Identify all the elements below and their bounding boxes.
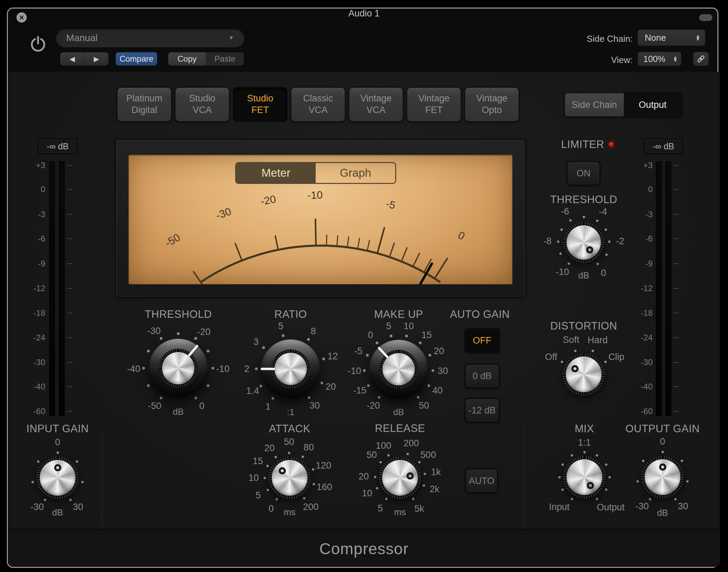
- chevron-down-icon: ▼: [228, 35, 234, 41]
- makeup-scale-label: 0: [368, 330, 373, 340]
- model-button-platinum-digital[interactable]: Platinum Digital: [117, 87, 172, 122]
- preset-select[interactable]: Manual ▼: [56, 29, 244, 47]
- threshold-tick-dot: [147, 384, 150, 387]
- limiter-threshold-tick-dot: [557, 240, 559, 243]
- input-meter-scale-label: -3: [21, 210, 45, 219]
- model-button-vintage-vca[interactable]: Vintage VCA: [349, 87, 403, 122]
- threshold-tick-dot: [160, 397, 162, 399]
- auto-gain-option-off[interactable]: OFF: [464, 328, 500, 353]
- limiter-threshold-scale-label: -2: [616, 236, 624, 247]
- ratio-scale-label: 2: [244, 364, 249, 374]
- output-level-readout: -∞ dB: [643, 138, 683, 154]
- distortion-tick-dot: [604, 361, 607, 363]
- auto-gain-option-0db[interactable]: 0 dB: [464, 364, 500, 388]
- makeup-scale-label: -5: [354, 346, 362, 357]
- output-meter-tick: [674, 165, 679, 166]
- tab-meter[interactable]: Meter: [236, 163, 316, 183]
- limiter-threshold-scale-label: -10: [556, 266, 569, 277]
- input-meter-scale-label: -24: [21, 333, 45, 343]
- next-preset-button[interactable]: ▶: [84, 52, 109, 65]
- prev-preset-button[interactable]: ◀: [60, 52, 84, 65]
- threshold-scale-label: -10: [216, 364, 229, 374]
- paste-button[interactable]: Paste: [206, 52, 244, 65]
- threshold-unit-label: dB: [173, 407, 184, 417]
- input-meter-scale-label: -6: [21, 234, 45, 244]
- attack-title: ATTACK: [269, 423, 311, 435]
- attack-scale-label: 120: [316, 460, 331, 471]
- copy-button[interactable]: Copy: [168, 52, 206, 65]
- input-meter-tick: [67, 238, 72, 239]
- stepper-arrows-icon: ▲▼: [673, 56, 678, 62]
- output-tab[interactable]: Output: [624, 93, 681, 116]
- mix-tick-dot: [583, 451, 586, 453]
- power-icon[interactable]: [29, 35, 47, 54]
- output-meter-scale-label: -9: [629, 259, 653, 269]
- limiter-threshold-tick-dot: [560, 228, 563, 231]
- compare-button[interactable]: Compare: [116, 52, 157, 66]
- input-meter-tick: [67, 189, 72, 190]
- input-gain-indicator: [54, 464, 61, 471]
- limiter-on-button[interactable]: ON: [567, 161, 600, 186]
- mix-knob-cap: [567, 459, 602, 495]
- output-gain-tick-dot: [636, 480, 639, 483]
- tab-graph[interactable]: Graph: [316, 163, 395, 183]
- release-title: RELEASE: [375, 422, 425, 435]
- input-meter-bar: [49, 161, 56, 416]
- output-meter-scale-label: 0: [629, 185, 653, 194]
- side-chain-tab[interactable]: Side Chain: [565, 93, 624, 116]
- input-meter-scale-label: -30: [21, 358, 45, 367]
- model-button-vintage-fet[interactable]: Vintage FET: [407, 87, 461, 122]
- ratio-scale-label: 1: [266, 401, 271, 412]
- view-label: View:: [554, 55, 633, 65]
- close-icon[interactable]: ✕: [16, 12, 27, 23]
- auto-release-button[interactable]: AUTO: [465, 469, 498, 493]
- display-mode-tabs: Meter Graph: [235, 162, 396, 184]
- attack-tick-dot: [303, 497, 305, 499]
- output-gain-scale-label: 0: [660, 436, 665, 447]
- auto-gain-option--12db[interactable]: -12 dB: [464, 398, 500, 423]
- copy-paste-group: Copy Paste: [168, 52, 244, 66]
- ratio-tick-dot: [320, 382, 323, 384]
- input-gain-scale-label: 30: [73, 502, 83, 512]
- minimize-button[interactable]: [699, 14, 712, 21]
- output-meter-tick: [674, 263, 679, 264]
- output-meter-tick: [674, 411, 679, 412]
- makeup-scale-label: 10: [403, 321, 414, 332]
- model-button-classic-vca[interactable]: Classic VCA: [291, 87, 345, 122]
- makeup-scale-label: 30: [438, 365, 448, 376]
- model-button-vintage-opto[interactable]: Vintage Opto: [464, 87, 519, 122]
- output-meter-scale-label: -6: [629, 234, 653, 244]
- mix-scale-label: Input: [549, 502, 570, 512]
- routing-toggle: Side Chain Output: [564, 92, 682, 117]
- distortion-tick-dot: [592, 350, 594, 352]
- makeup-scale-label: -15: [353, 385, 366, 396]
- makeup-tick-dot: [366, 354, 369, 357]
- panel-divider: [101, 427, 102, 529]
- threshold-tick-dot: [160, 337, 162, 340]
- threshold-scale-label: -50: [148, 401, 161, 411]
- release-scale-label: 2k: [430, 484, 440, 494]
- release-unit-label: ms: [394, 507, 406, 518]
- link-button[interactable]: [693, 52, 709, 66]
- footer: Compressor: [8, 530, 720, 567]
- output-gain-title: OUTPUT GAIN: [626, 423, 700, 435]
- makeup-tick-dot: [405, 335, 408, 337]
- input-gain-tick-dot: [37, 460, 39, 463]
- model-button-studio-vca[interactable]: Studio VCA: [175, 87, 230, 122]
- panel-divider: [523, 427, 524, 529]
- limiter-threshold-scale-label: -4: [599, 207, 607, 217]
- input-meter-scale-label: -18: [21, 308, 45, 318]
- view-zoom-stepper[interactable]: 100% ▲▼: [638, 52, 681, 66]
- release-tick-dot: [385, 498, 388, 500]
- model-button-studio-fet[interactable]: Studio FET: [233, 87, 288, 122]
- release-scale-label: 50: [367, 450, 377, 460]
- side-chain-select[interactable]: None ▲▼: [638, 29, 705, 46]
- ratio-indicator: [260, 368, 275, 370]
- input-meter-scale-label: -12: [21, 284, 45, 293]
- input-meter-scale-label: 0: [21, 185, 45, 194]
- output-meter-bar: [655, 161, 662, 416]
- window-title: Audio 1: [8, 8, 720, 19]
- input-gain-unit-label: dB: [52, 507, 63, 518]
- stepper-arrows-icon: ▲▼: [695, 35, 700, 40]
- threshold-scale-label: -40: [127, 364, 141, 374]
